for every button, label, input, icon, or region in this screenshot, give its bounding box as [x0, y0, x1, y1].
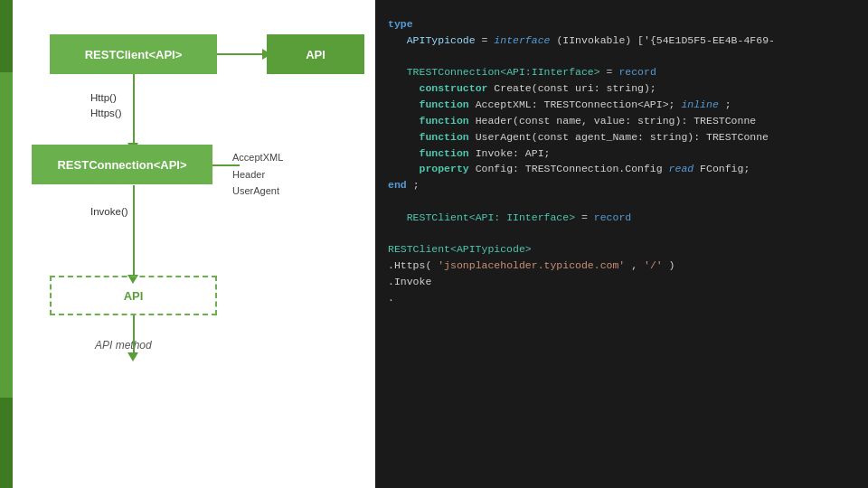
rest-conn-label: RESTConnection<API>	[57, 158, 186, 172]
iface-paren: (IInvokable) ['{54E1D5F5-EE4B-4F69-	[556, 34, 775, 46]
kw-func4: function	[420, 147, 469, 159]
method-https: .Https(	[388, 259, 431, 271]
code-area: type APITypicode = interface (IInvokable…	[375, 0, 868, 488]
api-bottom-label: API	[124, 289, 144, 303]
indent3	[388, 82, 413, 94]
left-bar-bottom	[0, 398, 13, 488]
rest-client-type: RESTClient<API: IInterface>	[407, 211, 575, 223]
accept-xml: AcceptXML	[232, 149, 283, 166]
indent7	[388, 147, 413, 159]
indent5	[388, 115, 413, 127]
rest-client-box: RESTClient<API>	[50, 34, 217, 74]
code-line-9: function Invoke: API;	[388, 145, 855, 162]
close-paren: )	[669, 259, 675, 271]
header-fn: Header(const name, value: string): TREST…	[476, 115, 757, 127]
code-line-10: property Config: TRESTConnection.Config …	[388, 161, 855, 177]
rest-client-label: RESTClient<API>	[85, 48, 183, 61]
api-method-label: API method	[95, 339, 152, 352]
code-line-12	[388, 193, 855, 210]
code-line-15: RESTClient<APITypicode>	[388, 241, 855, 258]
code-line-17: .Invoke	[388, 274, 855, 290]
kw-record: record	[618, 66, 656, 78]
api-top-label: API	[306, 48, 326, 61]
semi1: ;	[725, 99, 731, 110]
eq2: =	[607, 66, 619, 78]
connector-v1	[133, 74, 135, 145]
indent4	[388, 99, 413, 110]
rest-conn-box: RESTConnection<API>	[32, 145, 212, 184]
connector-h1	[217, 53, 267, 55]
indent2	[388, 66, 401, 78]
create: Create(const uri: string);	[494, 82, 656, 94]
useragent-text: UserAgent	[232, 183, 283, 200]
accept-xml-fn: AcceptXML: TRESTConnection<API>;	[476, 99, 682, 110]
dot: .	[388, 292, 394, 304]
https-text: Https()	[90, 106, 122, 121]
code-line-3	[388, 49, 855, 65]
useragent-fn: UserAgent(const agent_Name: string): TRE…	[476, 131, 769, 143]
api-bottom-box: API	[50, 276, 217, 315]
code-line-8: function UserAgent(const agent_Name: str…	[388, 129, 855, 145]
str-url: 'jsonplaceholder.typicode.com'	[438, 259, 625, 271]
kw-interface: interface	[494, 34, 550, 46]
method-invoke: .Invoke	[388, 276, 431, 287]
comma: ,	[631, 259, 644, 271]
invoke-fn: Invoke: API;	[476, 147, 551, 159]
connector-h2	[212, 164, 240, 166]
code-line-4: TRESTConnection<API:IInterface> = record	[388, 64, 855, 80]
indent	[388, 34, 401, 46]
accept-label: AcceptXML Header UserAgent	[232, 149, 283, 200]
kw-inline: inline	[681, 99, 718, 110]
code-line-14	[388, 226, 855, 242]
code-line-11: end ;	[388, 177, 855, 193]
config-prop: Config: TRESTConnection.Config	[476, 163, 669, 174]
trest-conn: TRESTConnection<API:IInterface>	[407, 66, 600, 78]
left-bar	[0, 0, 13, 488]
code-line-16: .Https( 'jsonplaceholder.typicode.com' ,…	[388, 258, 855, 274]
indent6	[388, 131, 413, 143]
api-top-box: API	[267, 34, 364, 74]
code-line-6: function AcceptXML: TRESTConnection<API>…	[388, 97, 855, 113]
http-label: Http() Https()	[90, 90, 122, 122]
kw-func2: function	[420, 115, 469, 127]
diagram-area: RESTClient<API> API Http() Https() RESTC…	[0, 0, 375, 488]
invoke-label: Invoke()	[90, 206, 128, 217]
fconfig: FConfig;	[700, 163, 750, 174]
kw-record2: record	[594, 211, 631, 223]
kw-property: property	[420, 163, 469, 174]
left-bar-top	[0, 0, 13, 72]
connector-v3	[133, 315, 135, 356]
indent9	[388, 211, 401, 223]
code-line-5: constructor Create(const uri: string);	[388, 80, 855, 97]
str-slash: '/'	[644, 259, 663, 271]
eq3: =	[581, 211, 594, 223]
kw-func3: function	[420, 131, 469, 143]
code-line-13: RESTClient<API: IInterface> = record	[388, 210, 855, 226]
kw-end1: end	[388, 179, 407, 191]
code-line-18: .	[388, 290, 855, 306]
api-typicode: APITypicode	[407, 34, 476, 46]
arrow-down-3	[127, 352, 138, 361]
rest-client-typicode: RESTClient<APITypicode>	[388, 243, 532, 255]
arrow-right-1	[262, 49, 271, 60]
eq: =	[482, 34, 495, 46]
kw-read: read	[669, 163, 694, 174]
code-block: type APITypicode = interface (IInvokable…	[375, 0, 868, 323]
header-text: Header	[232, 166, 283, 183]
kw-type: type	[388, 18, 413, 30]
code-line-1: type	[388, 16, 855, 33]
code-line-2: APITypicode = interface (IInvokable) ['{…	[388, 33, 855, 49]
kw-func1: function	[420, 99, 469, 110]
connector-v2	[133, 185, 135, 277]
kw-constructor: constructor	[420, 82, 488, 94]
http-text: Http()	[90, 90, 122, 106]
code-line-7: function Header(const name, value: strin…	[388, 113, 855, 129]
semi2: ;	[413, 179, 420, 191]
indent8	[388, 163, 413, 174]
